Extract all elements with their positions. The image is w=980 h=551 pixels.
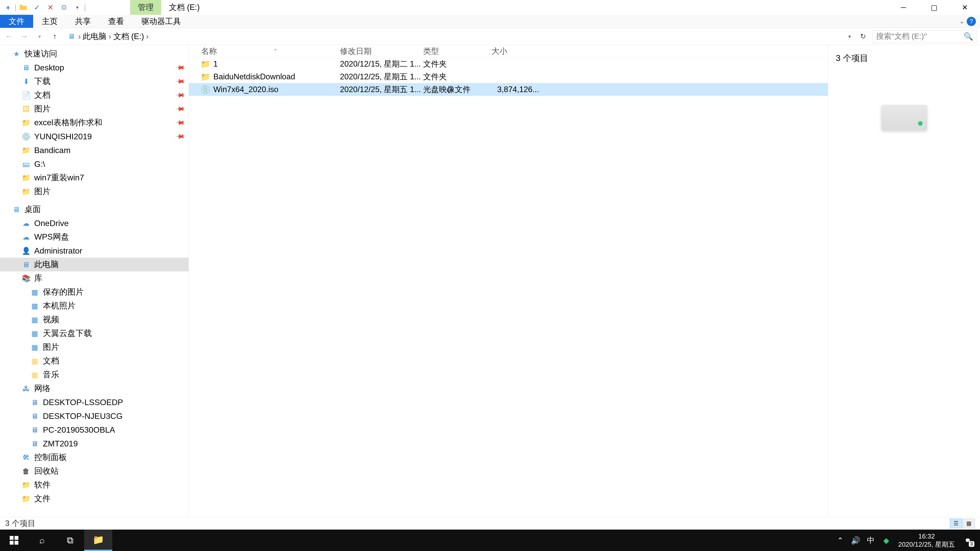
view-details-button[interactable]: ☰ [950, 519, 962, 528]
file-row[interactable]: 📁1 2020/12/15, 星期二 1... 文件夹 [189, 58, 828, 70]
tree-item[interactable]: ▦图片 [0, 340, 189, 354]
nav-recent-dropdown[interactable]: ▾ [34, 30, 45, 42]
file-list: 名称 ⌃ 修改日期 类型 大小 📁1 2020/12/15, 星期二 1... … [189, 45, 828, 517]
ribbon-tab-drive-tools[interactable]: 驱动器工具 [133, 15, 189, 28]
tree-item[interactable]: 🖥DESKTOP-NJEU3CG [0, 409, 189, 423]
task-view-button[interactable]: ⧉ [56, 530, 84, 551]
col-header-type[interactable]: 类型 [422, 46, 490, 57]
nav-up-button[interactable]: ↑ [49, 30, 61, 42]
close-window-button[interactable]: ✕ [950, 0, 980, 15]
tree-item[interactable]: ▦视频 [0, 313, 189, 327]
tree-quick-access[interactable]: ★ 快速访问 [0, 47, 189, 61]
lib-item-icon: ▦ [30, 315, 39, 324]
action-center-icon[interactable]: 💬3 [960, 533, 975, 548]
qat-app-icon[interactable]: ➧ [2, 2, 14, 13]
qat-open-folder-icon[interactable] [17, 2, 30, 13]
tree-label: 下载 [34, 76, 51, 87]
lib-item-icon: ▦ [30, 356, 39, 365]
taskbar-clock[interactable]: 16:32 2020/12/25, 星期五 [894, 532, 959, 549]
tree-item[interactable]: 👤Administrator [0, 244, 189, 258]
network-icon: 🖧 [21, 384, 30, 393]
svg-rect-2 [10, 541, 14, 545]
tree-item[interactable]: 📁win7重装win7 [0, 171, 189, 185]
ribbon-tab-view[interactable]: 查看 [100, 15, 133, 28]
tree-label: 软件 [34, 479, 51, 491]
tree-item[interactable]: ⬇下载📌 [0, 75, 189, 88]
qat-close-icon[interactable]: ✕ [44, 2, 57, 13]
tree-label: 此电脑 [34, 259, 59, 270]
tree-label: 本机照片 [43, 300, 76, 311]
volume-icon[interactable]: 🔊 [849, 534, 862, 547]
minimize-button[interactable]: ─ [888, 0, 919, 15]
help-icon[interactable]: ? [967, 17, 976, 26]
tree-software[interactable]: 📁 软件 [0, 478, 189, 492]
file-row[interactable]: 📁BaiduNetdiskDownload 2020/12/25, 星期五 1.… [189, 70, 828, 83]
ribbon-expand-icon[interactable]: ⌄ [959, 17, 965, 25]
ribbon-tab-home[interactable]: 主页 [33, 15, 66, 28]
breadcrumb[interactable]: 🖥 › 此电脑 › 文档 (E:) › [64, 31, 840, 42]
file-row[interactable]: 💿Win7x64_2020.iso 2020/12/25, 星期五 1... 光… [189, 83, 828, 96]
tree-item[interactable]: 📁图片 [0, 185, 189, 198]
tree-recycle-bin[interactable]: 🗑 回收站 [0, 464, 189, 478]
tree-item[interactable]: 📁excel表格制作求和📌 [0, 116, 189, 130]
recycle-bin-icon: 🗑 [21, 467, 30, 476]
ime-indicator[interactable]: 中 [864, 534, 878, 547]
qat-gear-icon[interactable]: ⚙ [57, 2, 70, 13]
tree-item[interactable]: 📁Bandicam [0, 143, 189, 157]
col-header-name[interactable]: 名称 ⌃ [189, 46, 339, 57]
tree-network[interactable]: 🖧 网络 [0, 382, 189, 395]
taskbar: ⌕ ⧉ 📁 ⌃ 🔊 中 ◆ 16:32 2020/12/25, 星期五 💬3 [0, 530, 980, 551]
tree-item[interactable]: ▦文档 [0, 354, 189, 368]
col-header-size[interactable]: 大小 [490, 46, 547, 57]
tree-item[interactable]: 🖼图片📌 [0, 102, 189, 116]
nav-back-button[interactable]: ← [3, 30, 15, 42]
qat-check-icon[interactable]: ✓ [30, 2, 43, 13]
refresh-icon[interactable]: ↻ [857, 30, 869, 42]
tree-item[interactable]: 🖥ZMT2019 [0, 437, 189, 451]
col-header-date[interactable]: 修改日期 [339, 46, 422, 57]
search-icon[interactable]: 🔍 [964, 32, 973, 41]
breadcrumb-item[interactable]: 此电脑 [83, 31, 107, 42]
tree-item[interactable]: 📄文档📌 [0, 88, 189, 102]
ribbon-tab-share[interactable]: 共享 [66, 15, 100, 28]
tree-item[interactable]: ☁OneDrive [0, 216, 189, 230]
taskbar-file-explorer[interactable]: 📁 [84, 530, 112, 551]
tree-item[interactable]: 🖥PC-20190530OBLA [0, 423, 189, 437]
search-placeholder: 搜索"文档 (E:)" [876, 31, 927, 41]
security-icon[interactable]: ◆ [879, 534, 893, 547]
tree-item[interactable]: ▦本机照片 [0, 299, 189, 313]
tree-control-panel[interactable]: 🛠 控制面板 [0, 451, 189, 464]
tree-item[interactable]: ▦音乐 [0, 368, 189, 382]
address-dropdown-icon[interactable]: ▾ [844, 30, 856, 42]
tree-item[interactable]: 🖥DESKTOP-LSSOEDP [0, 395, 189, 409]
tree-files[interactable]: 📁 文件 [0, 492, 189, 506]
tree-label: 回收站 [34, 465, 59, 477]
search-button[interactable]: ⌕ [28, 530, 56, 551]
context-tab-manage[interactable]: 管理 [130, 0, 161, 15]
tree-item[interactable]: ▦保存的图片 [0, 285, 189, 299]
tree-item[interactable]: 💿YUNQISHI2019📌 [0, 130, 189, 143]
tree-label: YUNQISHI2019 [34, 132, 92, 141]
tree-desktop[interactable]: 🖥 桌面 [0, 203, 189, 216]
tree-item[interactable]: 📚库 [0, 272, 189, 285]
tray-overflow-icon[interactable]: ⌃ [833, 534, 847, 547]
nav-forward-button[interactable]: → [18, 30, 30, 42]
tree-item[interactable]: 🖥此电脑 [0, 258, 189, 272]
view-large-icons-button[interactable]: ▦ [963, 519, 975, 528]
pin-icon: 📌 [175, 118, 185, 128]
qat-dropdown-icon[interactable]: ▾ [71, 2, 84, 13]
folder-icon: 📁 [93, 534, 104, 545]
qat-separator: | [15, 2, 16, 13]
ribbon-tab-file[interactable]: 文件 [0, 15, 33, 28]
tree-label: 快速访问 [24, 48, 57, 59]
start-button[interactable] [0, 530, 28, 551]
tree-item[interactable]: 🖥Desktop📌 [0, 61, 189, 75]
nav-tree[interactable]: ★ 快速访问 🖥Desktop📌⬇下载📌📄文档📌🖼图片📌📁excel表格制作求和… [0, 45, 189, 517]
breadcrumb-item[interactable]: 文档 (E:) [113, 31, 144, 42]
doc-icon: 📄 [21, 91, 30, 100]
tree-item[interactable]: ▦天翼云盘下载 [0, 327, 189, 340]
maximize-button[interactable]: ▢ [919, 0, 950, 15]
tree-item[interactable]: ☁WPS网盘 [0, 230, 189, 244]
tree-item[interactable]: 🖴G:\ [0, 157, 189, 171]
search-input[interactable]: 搜索"文档 (E:)" 🔍 [872, 30, 977, 43]
